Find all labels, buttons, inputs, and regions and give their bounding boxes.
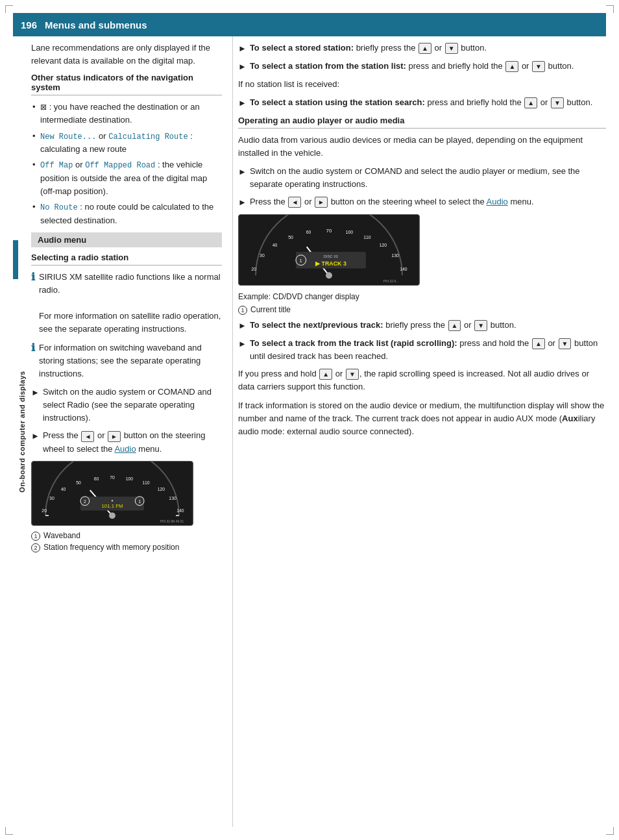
bullet-or2: or — [75, 160, 85, 169]
bullet-or1: or — [99, 131, 108, 141]
status-heading: Other status indicators of the navigatio… — [31, 73, 222, 92]
svg-text:40: 40 — [61, 487, 66, 491]
btn-up-r1: ▲ — [419, 43, 431, 54]
svg-text:120: 120 — [380, 243, 387, 247]
right-column: ► To select a stored station: briefly pr… — [232, 36, 606, 827]
speedo-image-left: 20 30 40 50 60 70 100 110 120 130 140 ● … — [31, 461, 193, 526]
svg-text:P54.32-9...: P54.32-9... — [383, 280, 398, 283]
svg-text:130: 130 — [391, 253, 399, 258]
arrow-icon-r1: ► — [238, 42, 247, 55]
svg-text:110: 110 — [363, 236, 371, 240]
btn-down-r6: ▼ — [346, 369, 359, 380]
caption-1-right: 1 Current title — [238, 305, 606, 315]
svg-text:20: 20 — [42, 508, 47, 513]
bullet-off-map: Off Map or Off Mapped Road : the vehicle… — [31, 158, 222, 198]
info-waveband: ℹ For information on switching waveband … — [31, 341, 222, 380]
code-calc-route: Calculating Route — [108, 132, 188, 142]
btn-left-icon: ◄ — [81, 431, 94, 442]
svg-point-37 — [326, 273, 332, 279]
sidebar-label: On-board computer and displays — [13, 36, 31, 827]
caption-circle-1: 1 — [31, 532, 40, 541]
info-sirius-sub: For more information on satellite radio … — [39, 311, 221, 334]
btn-up-r3: ▲ — [524, 97, 537, 108]
arrow-track-list-text: To select a track from the track list (r… — [250, 337, 606, 363]
svg-text:140: 140 — [176, 508, 184, 513]
corner-mark-tr — [606, 5, 614, 13]
btn-up-r6: ▲ — [319, 369, 332, 380]
info-icon-2: ℹ — [31, 340, 35, 356]
btn-down-r3: ▼ — [551, 97, 564, 108]
arrow-icon-2: ► — [31, 430, 40, 443]
svg-text:100: 100 — [346, 230, 354, 235]
caption-1-left: 1 Waveband — [31, 531, 222, 541]
svg-text:2: 2 — [84, 499, 86, 503]
arrow-icon-r4: ► — [238, 166, 247, 179]
speedo-right-caption-label: Example: CD/DVD changer display — [238, 291, 606, 303]
arrow-press-left: ► Press the ◄ or ► button on the steerin… — [31, 429, 222, 455]
arrow-switch-audio-right: ► Switch on the audio system or COMAND a… — [238, 165, 606, 191]
sidebar-accent-block — [13, 240, 18, 279]
corner-mark-tl — [5, 5, 13, 13]
info-sirius-content: SIRIUS XM satellite radio functions like… — [39, 271, 222, 336]
bullet-no-route: No Route : no route could be calculated … — [31, 201, 222, 227]
arrow-press-right-text: Press the ◄ or ► button on the steering … — [250, 195, 606, 208]
caption-current-title: Current title — [250, 305, 291, 314]
btn-right-icon: ► — [108, 431, 121, 442]
svg-text:50: 50 — [288, 236, 293, 240]
sidebar-label-text: On-board computer and displays — [18, 371, 26, 492]
svg-text:50: 50 — [76, 480, 81, 485]
left-column: Lane recommendations are only displayed … — [31, 36, 232, 827]
svg-text:●: ● — [111, 498, 114, 502]
caption-waveband: Waveband — [43, 531, 80, 540]
btn-down-r2: ▼ — [532, 61, 545, 72]
page-number: 196 — [21, 19, 37, 31]
speedo-image-right: 20 30 40 50 60 70 100 110 120 130 140 DI… — [238, 214, 420, 286]
svg-text:20: 20 — [251, 267, 256, 272]
status-bullets: ⊠ : you have reached the destination or … — [31, 101, 222, 227]
info-sirius: ℹ SIRIUS XM satellite radio functions li… — [31, 271, 222, 336]
arrow-stored-station: ► To select a stored station: briefly pr… — [238, 42, 606, 55]
bullet-new-route: New Route... or Calculating Route : calc… — [31, 130, 222, 156]
svg-text:40: 40 — [273, 243, 278, 247]
arrow-track-list: ► To select a track from the track list … — [238, 337, 606, 363]
radio-divider — [31, 265, 222, 266]
caption-circle-r1: 1 — [238, 306, 247, 315]
svg-text:100: 100 — [126, 476, 134, 481]
arrow-station-list: ► To select a station from the station l… — [238, 60, 606, 73]
destination-icon: ⊠ — [40, 103, 47, 112]
svg-text:70: 70 — [110, 475, 115, 480]
arrow-station-search: ► To select a station using the station … — [238, 96, 606, 110]
speedo-right-caption-label-text: Example: CD/DVD changer display — [238, 292, 359, 301]
info-waveband-text: For information on switching waveband an… — [39, 341, 222, 380]
btn-up-r2: ▲ — [505, 61, 518, 72]
arrow-next-track-text: To select the next/previous track: brief… — [250, 319, 606, 332]
svg-text:1: 1 — [300, 258, 302, 263]
caption-station-freq: Station frequency with memory position — [43, 543, 179, 552]
status-divider — [31, 95, 222, 95]
arrow-station-search-text: To select a station using the station se… — [250, 96, 606, 109]
caption-circle-2: 2 — [31, 543, 40, 552]
svg-text:DISC 02: DISC 02 — [324, 254, 338, 258]
code-new-route: New Route... — [40, 132, 96, 142]
if-no-station: If no station list is received: — [238, 78, 606, 91]
corner-mark-br — [606, 827, 614, 835]
code-off-map: Off Map — [40, 161, 73, 170]
code-off-mapped-road: Off Mapped Road — [85, 161, 155, 170]
arrow-switch-audio-left: ► Switch on the audio system or COMAND a… — [31, 386, 222, 425]
speedo-svg-left: 20 30 40 50 60 70 100 110 120 130 140 ● … — [32, 462, 193, 525]
svg-text:30: 30 — [49, 496, 55, 500]
svg-text:▶ TRACK 3: ▶ TRACK 3 — [315, 260, 346, 267]
svg-text:P54.32-98-40-31: P54.32-98-40-31 — [160, 520, 184, 523]
rapid-scroll-note: If you press and hold ▲ or ▼, the rapid … — [238, 367, 606, 393]
svg-text:101.1 FM: 101.1 FM — [101, 502, 123, 508]
arrow-icon-r2: ► — [238, 60, 247, 73]
audio-media-divider — [238, 128, 606, 129]
btn-down-r4: ▼ — [474, 320, 487, 331]
arrow-icon-1: ► — [31, 386, 40, 399]
info-sirius-text: SIRIUS XM satellite radio functions like… — [39, 272, 221, 295]
btn-up-r4: ▲ — [448, 320, 461, 331]
arrow-stored-text: To select a stored station: briefly pres… — [250, 42, 606, 55]
arrow-press-left-text: Press the ◄ or ► button on the steering … — [43, 429, 222, 455]
svg-text:30: 30 — [260, 253, 265, 258]
audio-media-intro: Audio data from various audio devices or… — [238, 134, 606, 160]
